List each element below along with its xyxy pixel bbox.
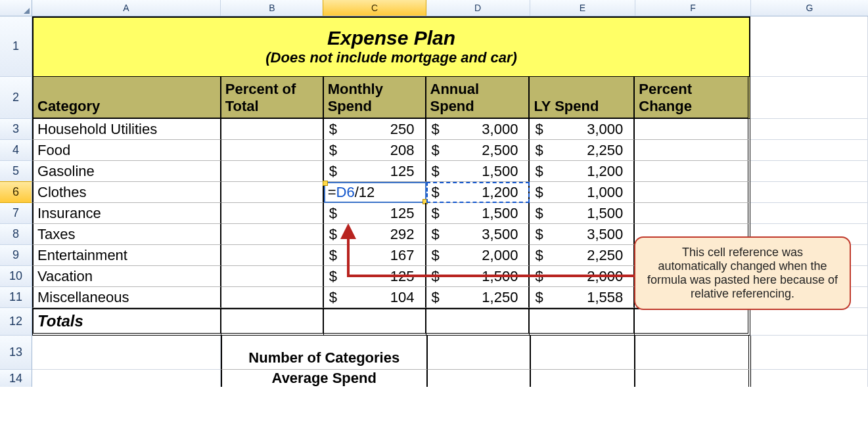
monthly-spend-cell[interactable]: $125 <box>324 203 426 224</box>
ly-spend-cell[interactable]: $1,558 <box>530 287 635 308</box>
annual-spend-cell[interactable]: $3,000 <box>426 119 530 140</box>
col-header-B[interactable]: B <box>221 0 323 16</box>
cell-F13[interactable] <box>635 336 750 370</box>
monthly-spend-cell[interactable]: $208 <box>324 140 426 161</box>
row-header-1[interactable]: 1 <box>0 16 32 77</box>
annual-spend-cell[interactable]: $1,500 <box>426 161 530 182</box>
cell-G7[interactable] <box>750 203 868 224</box>
cell-G2[interactable] <box>750 77 868 119</box>
annual-spend-cell[interactable]: $2,000 <box>426 245 530 266</box>
category-cell[interactable]: Food <box>32 140 221 161</box>
category-cell[interactable]: Entertainment <box>32 245 221 266</box>
row-header-9[interactable]: 9 <box>0 245 32 266</box>
ly-spend-cell[interactable]: $2,250 <box>530 245 635 266</box>
cell-B10[interactable] <box>221 266 324 287</box>
cell-E12[interactable] <box>530 308 635 336</box>
category-cell[interactable]: Insurance <box>32 203 221 224</box>
cell-G14[interactable] <box>751 370 868 387</box>
cell-D14[interactable] <box>428 370 531 387</box>
monthly-spend-cell[interactable]: $167 <box>324 245 426 266</box>
row-header-7[interactable]: 7 <box>0 203 32 224</box>
ly-spend-cell[interactable]: $2,000 <box>530 266 635 287</box>
ly-spend-cell[interactable]: $3,000 <box>530 119 635 140</box>
category-cell[interactable]: Taxes <box>32 224 221 245</box>
row-header-11[interactable]: 11 <box>0 287 32 308</box>
title-cell[interactable]: Expense Plan (Does not include mortgage … <box>32 16 750 77</box>
header-monthly-spend[interactable]: Monthly Spend <box>324 77 426 119</box>
select-all-corner[interactable] <box>0 0 32 16</box>
active-cell-editing[interactable]: =D6/12 <box>324 182 426 203</box>
ly-spend-cell[interactable]: $1,200 <box>530 161 635 182</box>
cell-A14[interactable] <box>32 370 221 387</box>
average-spend-label[interactable]: Average Spend <box>221 370 428 387</box>
annual-spend-cell[interactable]: $1,250 <box>426 287 530 308</box>
cell-E13[interactable] <box>531 336 635 370</box>
ly-spend-cell[interactable]: $1,000 <box>530 182 635 203</box>
cell-B8[interactable] <box>221 224 324 245</box>
monthly-spend-cell[interactable]: $292 <box>324 224 426 245</box>
cell-G4[interactable] <box>750 140 868 161</box>
row-header-5[interactable]: 5 <box>0 161 32 182</box>
cell-B12[interactable] <box>221 308 324 336</box>
cell-G12[interactable] <box>750 308 868 336</box>
cell-B5[interactable] <box>221 161 324 182</box>
annual-spend-cell[interactable]: $3,500 <box>426 224 530 245</box>
ly-spend-cell[interactable]: $1,500 <box>530 203 635 224</box>
monthly-spend-cell[interactable]: $125 <box>324 161 426 182</box>
ly-spend-cell[interactable]: $3,500 <box>530 224 635 245</box>
monthly-spend-cell[interactable]: $104 <box>324 287 426 308</box>
col-header-C[interactable]: C <box>323 0 426 16</box>
cell-B11[interactable] <box>221 287 324 308</box>
row-header-6[interactable]: 6 <box>0 181 32 203</box>
cell-F14[interactable] <box>635 370 750 387</box>
category-cell[interactable]: Vacation <box>32 266 221 287</box>
cell-B4[interactable] <box>221 140 324 161</box>
cell-G3[interactable] <box>750 119 868 140</box>
cell-C12[interactable] <box>324 308 426 336</box>
percent-change-cell[interactable] <box>635 119 750 140</box>
col-header-D[interactable]: D <box>426 0 530 16</box>
row-header-4[interactable]: 4 <box>0 140 32 161</box>
row-header-3[interactable]: 3 <box>0 119 32 140</box>
totals-label-cell[interactable]: Totals <box>32 308 221 336</box>
cell-G5[interactable] <box>750 161 868 182</box>
number-of-categories-label[interactable]: Number of Categories <box>221 336 428 370</box>
annual-spend-cell[interactable]: $1,200 <box>426 182 530 203</box>
header-percent-change[interactable]: Percent Change <box>635 77 750 119</box>
category-cell[interactable]: Gasoline <box>32 161 221 182</box>
monthly-spend-cell[interactable]: $125 <box>324 266 426 287</box>
col-header-G[interactable]: G <box>751 0 868 16</box>
cell-B3[interactable] <box>221 119 324 140</box>
cell-G1[interactable] <box>750 16 868 77</box>
ly-spend-cell[interactable]: $2,250 <box>530 140 635 161</box>
category-cell[interactable]: Miscellaneous <box>32 287 221 308</box>
cell-G6[interactable] <box>750 182 868 203</box>
annual-spend-cell[interactable]: $1,500 <box>426 203 530 224</box>
monthly-spend-cell[interactable]: $250 <box>324 119 426 140</box>
col-header-A[interactable]: A <box>32 0 221 16</box>
annual-spend-cell[interactable]: $1,500 <box>426 266 530 287</box>
cell-B6[interactable] <box>221 182 324 203</box>
percent-change-cell[interactable] <box>635 182 750 203</box>
row-header-10[interactable]: 10 <box>0 266 32 287</box>
cell-B7[interactable] <box>221 203 324 224</box>
header-category[interactable]: Category <box>32 77 221 119</box>
header-percent-total[interactable]: Percent of Total <box>221 77 324 119</box>
cell-D12[interactable] <box>426 308 530 336</box>
category-cell[interactable]: Household Utilities <box>32 119 221 140</box>
cell-A13[interactable] <box>32 336 221 370</box>
row-header-8[interactable]: 8 <box>0 224 32 245</box>
category-cell[interactable]: Clothes <box>32 182 221 203</box>
header-annual-spend[interactable]: Annual Spend <box>426 77 530 119</box>
percent-change-cell[interactable] <box>635 203 750 224</box>
percent-change-cell[interactable] <box>635 161 750 182</box>
row-header-12[interactable]: 12 <box>0 308 32 336</box>
row-header-2[interactable]: 2 <box>0 77 32 119</box>
row-header-14[interactable]: 14 <box>0 370 32 387</box>
cell-F12[interactable] <box>635 308 750 336</box>
cell-E14[interactable] <box>531 370 635 387</box>
annual-spend-cell[interactable]: $2,500 <box>426 140 530 161</box>
col-header-F[interactable]: F <box>635 0 751 16</box>
row-header-13[interactable]: 13 <box>0 336 32 370</box>
cell-G13[interactable] <box>751 336 868 370</box>
